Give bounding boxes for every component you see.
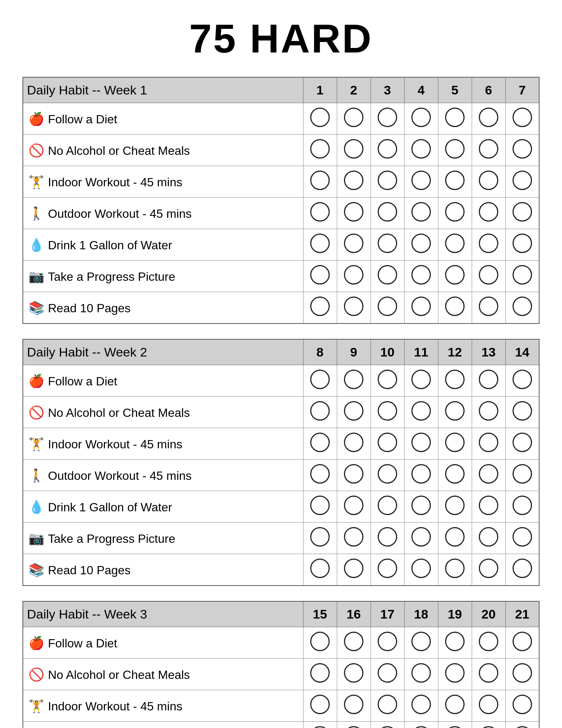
checkbox-week1-habit4-day1[interactable] [303, 198, 337, 229]
checkbox-week3-habit3-day16[interactable] [337, 690, 371, 722]
checkbox-week1-habit2-day7[interactable] [505, 135, 539, 166]
check-circle[interactable] [344, 265, 363, 285]
check-circle[interactable] [445, 695, 465, 714]
check-circle[interactable] [445, 234, 465, 253]
check-circle[interactable] [344, 496, 363, 515]
check-circle[interactable] [310, 695, 330, 714]
checkbox-week2-habit2-day12[interactable] [438, 397, 472, 428]
checkbox-week1-habit2-day3[interactable] [371, 135, 404, 166]
check-circle[interactable] [445, 108, 465, 127]
checkbox-week2-habit6-day8[interactable] [303, 523, 337, 554]
checkbox-week3-habit1-day15[interactable] [303, 627, 337, 659]
check-circle[interactable] [310, 265, 330, 285]
check-circle[interactable] [445, 171, 465, 190]
checkbox-week1-habit1-day5[interactable] [438, 103, 472, 135]
check-circle[interactable] [411, 632, 431, 651]
check-circle[interactable] [344, 663, 363, 683]
check-circle[interactable] [445, 559, 465, 578]
checkbox-week1-habit5-day1[interactable] [303, 229, 337, 261]
check-circle[interactable] [445, 464, 465, 484]
check-circle[interactable] [378, 265, 397, 285]
check-circle[interactable] [479, 401, 498, 421]
check-circle[interactable] [378, 663, 397, 683]
checkbox-week2-habit6-day12[interactable] [438, 523, 472, 554]
check-circle[interactable] [445, 297, 465, 316]
checkbox-week3-habit1-day21[interactable] [505, 627, 539, 659]
checkbox-week2-habit7-day11[interactable] [404, 554, 438, 586]
check-circle[interactable] [479, 726, 498, 728]
check-circle[interactable] [411, 297, 431, 316]
check-circle[interactable] [479, 496, 498, 515]
check-circle[interactable] [310, 202, 330, 222]
checkbox-week2-habit2-day8[interactable] [303, 397, 337, 428]
checkbox-week1-habit5-day5[interactable] [438, 229, 472, 261]
check-circle[interactable] [513, 370, 532, 389]
checkbox-week3-habit3-day20[interactable] [472, 690, 505, 722]
checkbox-week1-habit4-day4[interactable] [404, 198, 438, 229]
check-circle[interactable] [445, 433, 465, 452]
check-circle[interactable] [378, 496, 397, 515]
checkbox-week2-habit1-day13[interactable] [472, 365, 505, 397]
checkbox-week2-habit7-day10[interactable] [371, 554, 404, 586]
checkbox-week1-habit3-day6[interactable] [472, 166, 505, 198]
check-circle[interactable] [513, 632, 532, 651]
check-circle[interactable] [513, 108, 532, 127]
checkbox-week3-habit4-day20[interactable] [472, 722, 505, 728]
check-circle[interactable] [344, 527, 363, 547]
checkbox-week1-habit7-day1[interactable] [303, 292, 337, 324]
checkbox-week1-habit3-day3[interactable] [371, 166, 404, 198]
checkbox-week3-habit2-day21[interactable] [505, 659, 539, 690]
checkbox-week1-habit3-day5[interactable] [438, 166, 472, 198]
check-circle[interactable] [445, 496, 465, 515]
check-circle[interactable] [310, 139, 330, 159]
check-circle[interactable] [344, 632, 363, 651]
check-circle[interactable] [344, 370, 363, 389]
check-circle[interactable] [378, 139, 397, 159]
checkbox-week2-habit7-day13[interactable] [472, 554, 505, 586]
checkbox-week2-habit2-day11[interactable] [404, 397, 438, 428]
check-circle[interactable] [344, 297, 363, 316]
checkbox-week2-habit6-day13[interactable] [472, 523, 505, 554]
checkbox-week2-habit1-day9[interactable] [337, 365, 371, 397]
check-circle[interactable] [411, 559, 431, 578]
checkbox-week3-habit2-day16[interactable] [337, 659, 371, 690]
checkbox-week1-habit7-day7[interactable] [505, 292, 539, 324]
checkbox-week3-habit4-day17[interactable] [371, 722, 404, 728]
checkbox-week2-habit6-day9[interactable] [337, 523, 371, 554]
checkbox-week1-habit6-day2[interactable] [337, 261, 371, 292]
check-circle[interactable] [479, 108, 498, 127]
checkbox-week1-habit5-day2[interactable] [337, 229, 371, 261]
check-circle[interactable] [479, 171, 498, 190]
checkbox-week3-habit2-day17[interactable] [371, 659, 404, 690]
check-circle[interactable] [310, 234, 330, 253]
check-circle[interactable] [513, 265, 532, 285]
checkbox-week2-habit4-day9[interactable] [337, 460, 371, 491]
check-circle[interactable] [310, 401, 330, 421]
check-circle[interactable] [479, 632, 498, 651]
checkbox-week2-habit5-day12[interactable] [438, 491, 472, 523]
checkbox-week2-habit4-day10[interactable] [371, 460, 404, 491]
checkbox-week2-habit5-day9[interactable] [337, 491, 371, 523]
check-circle[interactable] [445, 139, 465, 159]
check-circle[interactable] [310, 464, 330, 484]
checkbox-week2-habit3-day13[interactable] [472, 428, 505, 460]
checkbox-week2-habit4-day13[interactable] [472, 460, 505, 491]
checkbox-week1-habit3-day7[interactable] [505, 166, 539, 198]
checkbox-week2-habit1-day12[interactable] [438, 365, 472, 397]
check-circle[interactable] [445, 527, 465, 547]
checkbox-week1-habit6-day7[interactable] [505, 261, 539, 292]
check-circle[interactable] [513, 726, 532, 728]
check-circle[interactable] [411, 695, 431, 714]
check-circle[interactable] [411, 464, 431, 484]
checkbox-week2-habit7-day9[interactable] [337, 554, 371, 586]
checkbox-week2-habit1-day14[interactable] [505, 365, 539, 397]
check-circle[interactable] [445, 265, 465, 285]
checkbox-week1-habit4-day2[interactable] [337, 198, 371, 229]
check-circle[interactable] [378, 108, 397, 127]
check-circle[interactable] [310, 527, 330, 547]
checkbox-week1-habit5-day6[interactable] [472, 229, 505, 261]
check-circle[interactable] [411, 496, 431, 515]
checkbox-week1-habit6-day6[interactable] [472, 261, 505, 292]
check-circle[interactable] [513, 559, 532, 578]
check-circle[interactable] [411, 401, 431, 421]
